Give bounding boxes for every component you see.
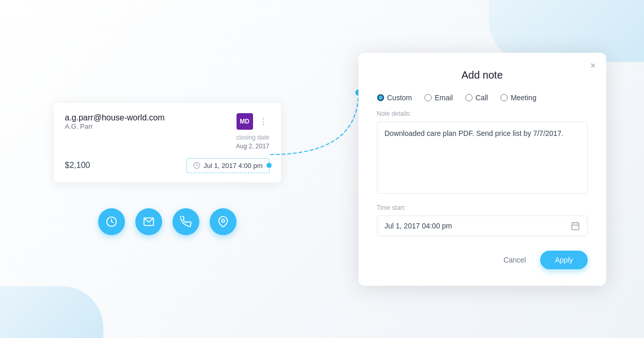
- modal-actions: Cancel Apply: [377, 251, 588, 269]
- action-buttons: [98, 208, 237, 235]
- radio-email-input[interactable]: [425, 94, 432, 101]
- radio-custom-input[interactable]: [377, 94, 384, 101]
- note-field-label: Note details:: [377, 110, 588, 117]
- radio-group: Custom Email Call Meeting: [377, 94, 588, 102]
- radio-email[interactable]: Email: [425, 94, 453, 102]
- svg-rect-5: [572, 223, 579, 230]
- connector-svg: [265, 87, 369, 217]
- phone-button[interactable]: [172, 208, 199, 235]
- cancel-button[interactable]: Cancel: [497, 252, 532, 268]
- left-panel: a.g.parr@house-world.com A.G. Parr MD ⋮ …: [38, 19, 296, 319]
- datetime-badge: Jul 1, 2017 4:00 pm: [186, 158, 269, 173]
- card-datetime: Jul 1, 2017 4:00 pm: [203, 162, 262, 170]
- note-textarea[interactable]: Downloaded care plan PDF. Send price lis…: [377, 121, 588, 194]
- email-button[interactable]: [135, 208, 162, 235]
- location-button[interactable]: [210, 208, 237, 235]
- card-name: A.G. Parr: [65, 122, 165, 130]
- radio-meeting-input[interactable]: [500, 94, 508, 101]
- time-input[interactable]: Jul 1, 2017 04:00 pm: [377, 216, 588, 236]
- svg-point-4: [222, 219, 225, 222]
- closing-date: Aug 2, 2017: [236, 142, 270, 151]
- radio-call-label: Call: [476, 94, 488, 102]
- card-amount: $2,100: [65, 161, 90, 170]
- radio-email-label: Email: [435, 94, 453, 102]
- closing-label: closing date: [236, 133, 270, 142]
- avatar: MD: [237, 113, 253, 130]
- radio-meeting[interactable]: Meeting: [500, 94, 537, 102]
- radio-custom[interactable]: Custom: [377, 94, 412, 102]
- radio-call-input[interactable]: [465, 94, 473, 101]
- contact-card: a.g.parr@house-world.com A.G. Parr MD ⋮ …: [54, 103, 281, 182]
- time-value: Jul 1, 2017 04:00 pm: [385, 222, 452, 230]
- time-field-label: Time start:: [377, 204, 588, 211]
- card-email: a.g.parr@house-world.com: [65, 113, 165, 122]
- radio-custom-label: Custom: [387, 94, 412, 102]
- modal-title: Add note: [377, 69, 588, 81]
- calendar-icon: [571, 221, 580, 231]
- radio-meeting-label: Meeting: [511, 94, 537, 102]
- clock-button[interactable]: [98, 208, 125, 235]
- apply-button[interactable]: Apply: [540, 251, 587, 269]
- close-button[interactable]: ×: [590, 61, 596, 70]
- radio-call[interactable]: Call: [465, 94, 488, 102]
- more-icon[interactable]: ⋮: [257, 116, 270, 128]
- add-note-modal: × Add note Custom Email Call Meeting Not…: [358, 53, 606, 286]
- clock-icon: [193, 162, 200, 169]
- dot-connector: [266, 163, 272, 168]
